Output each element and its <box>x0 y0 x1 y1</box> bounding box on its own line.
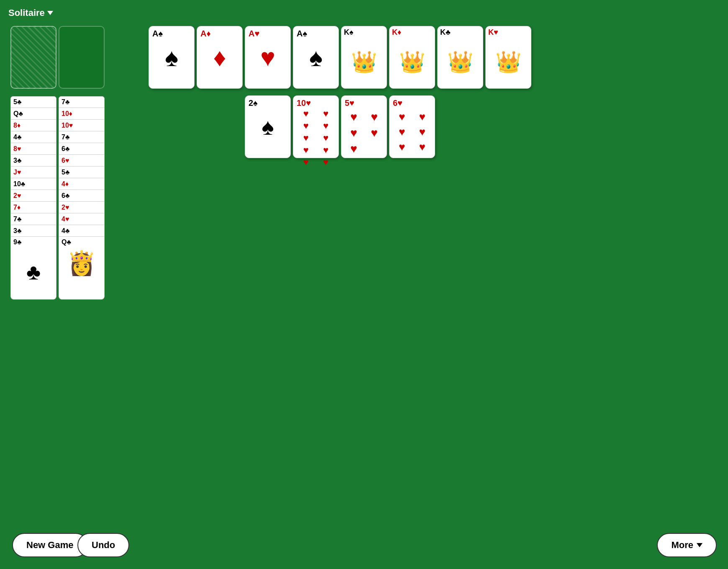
foundation-4[interactable]: A♠ ♠ <box>293 26 339 89</box>
col2-card-3[interactable]: 10♥ <box>59 120 105 131</box>
col2-card-5[interactable]: 6♣ <box>59 143 105 155</box>
more-dropdown-icon <box>697 543 702 547</box>
app-title[interactable]: Solitaire <box>8 8 53 18</box>
more-label: More <box>671 540 693 551</box>
col1-card-4[interactable]: 4♣ <box>10 131 56 143</box>
tableau-10hearts[interactable]: 10♥ ♥♥♥♥♥♥♥♥♥♥ <box>293 95 339 158</box>
tableau-5hearts[interactable]: 5♥ ♥♥♥♥♥ <box>341 95 387 158</box>
col1-card-2[interactable]: Q♣ <box>10 108 56 120</box>
foundation-6-king-diamonds[interactable]: K♦ 👑 <box>389 26 435 89</box>
col2-card-1[interactable]: 7♣ <box>59 96 105 108</box>
foundation-8-king-hearts[interactable]: K♥ 👑 <box>485 26 531 89</box>
undo-button[interactable]: Undo <box>77 533 129 557</box>
col2-card-9[interactable]: 6♣ <box>59 190 105 202</box>
foundation-5-king-spades[interactable]: K♠ 👑 <box>341 26 387 89</box>
foundation-7-king-clubs[interactable]: K♣ 👑 <box>437 26 483 89</box>
more-button[interactable]: More <box>657 533 717 557</box>
col1-card-last[interactable]: 9♣ ♣ <box>10 237 56 300</box>
title-text: Solitaire <box>8 8 45 18</box>
tableau-2spades[interactable]: 2♠ ♠ <box>245 95 291 158</box>
new-game-button[interactable]: New Game <box>12 533 88 557</box>
foundation-1[interactable]: A♠ ♠ <box>149 26 195 89</box>
col1-card-11[interactable]: 7♣ <box>10 213 56 225</box>
col1-card-7[interactable]: J♥ <box>10 167 56 178</box>
col2-card-last[interactable]: Q♣ 👸 <box>59 237 105 300</box>
title-dropdown-icon <box>47 11 53 15</box>
col2-card-8[interactable]: 4♦ <box>59 178 105 190</box>
foundation-2[interactable]: A♦ ♦ <box>197 26 243 89</box>
stock-pile[interactable] <box>10 26 56 89</box>
col1-card-12[interactable]: 3♣ <box>10 225 56 237</box>
col2-card-10[interactable]: 2♥ <box>59 202 105 213</box>
col2-card-4[interactable]: 7♣ <box>59 131 105 143</box>
waste-pile <box>59 26 105 89</box>
tableau-6hearts[interactable]: 6♥ ♥♥♥♥♥♥ <box>389 95 435 158</box>
col2-card-6[interactable]: 6♥ <box>59 155 105 167</box>
col1-card-5[interactable]: 8♥ <box>10 143 56 155</box>
col1-card-6[interactable]: 3♣ <box>10 155 56 167</box>
foundation-3[interactable]: A♥ ♥ <box>245 26 291 89</box>
col2-card-11[interactable]: 4♥ <box>59 213 105 225</box>
col1-card-9[interactable]: 2♥ <box>10 190 56 202</box>
col1-card-10[interactable]: 7♦ <box>10 202 56 213</box>
col2-card-12[interactable]: 4♣ <box>59 225 105 237</box>
col1-card-3[interactable]: 8♦ <box>10 120 56 131</box>
col2-card-7[interactable]: 5♣ <box>59 167 105 178</box>
col2-card-2[interactable]: 10♦ <box>59 108 105 120</box>
col1-card-1[interactable]: 5♣ <box>10 96 56 108</box>
col1-card-8[interactable]: 10♣ <box>10 178 56 190</box>
